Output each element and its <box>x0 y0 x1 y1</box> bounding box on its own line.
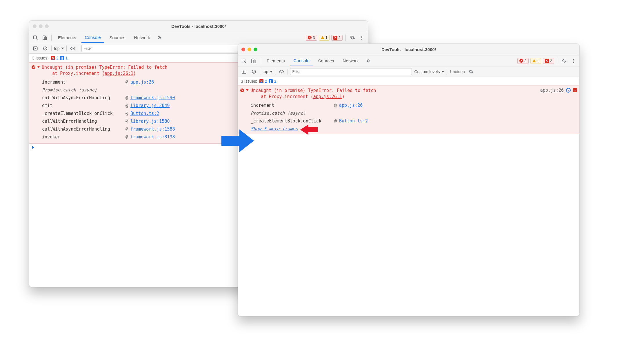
live-expression-icon[interactable] <box>69 45 77 52</box>
at-symbol: @ <box>334 102 337 109</box>
separator <box>557 58 557 64</box>
console-settings-icon[interactable] <box>467 68 475 75</box>
svg-point-12 <box>573 59 574 60</box>
minimize-icon[interactable] <box>248 48 251 51</box>
window-title: DevTools - localhost:3000/ <box>238 47 579 52</box>
at-symbol: @ <box>125 110 128 118</box>
tab-sources[interactable]: Sources <box>315 55 338 66</box>
context-selector[interactable]: top <box>54 46 64 51</box>
separator <box>51 35 52 41</box>
svg-point-17 <box>281 71 282 72</box>
frame-function: emit <box>42 102 123 110</box>
toggle-sidebar-icon[interactable] <box>240 68 248 75</box>
tab-network[interactable]: Network <box>131 32 154 43</box>
settings-icon[interactable] <box>560 57 568 65</box>
separator <box>66 46 67 51</box>
closed-errors-badge[interactable]: ✕ 2 <box>331 35 343 41</box>
svg-rect-10 <box>252 59 254 63</box>
clear-console-icon[interactable] <box>41 45 49 52</box>
frame-source-link[interactable]: framework.js:1590 <box>130 94 175 102</box>
tab-console[interactable]: Console <box>81 32 104 43</box>
console-output: ✕ Uncaught (in promise) TypeError: Faile… <box>238 86 579 316</box>
tab-console[interactable]: Console <box>290 55 313 66</box>
traffic-lights[interactable] <box>241 48 257 51</box>
clear-console-icon[interactable] <box>250 68 258 75</box>
at-symbol: @ <box>125 118 128 125</box>
device-toolbar-icon[interactable] <box>250 57 257 65</box>
device-toolbar-icon[interactable] <box>41 34 48 41</box>
tab-bar: Elements Console Sources Network ✕ 3 1 ✕… <box>238 55 579 66</box>
frame-source-link[interactable]: app.js:26 <box>130 78 154 86</box>
frame-source-link[interactable]: Button.ts:2 <box>339 117 368 125</box>
warning-count-badge[interactable]: 1 <box>319 35 330 41</box>
stack-frame: increment@app.js:26 <box>251 102 577 109</box>
close-icon[interactable] <box>33 24 37 28</box>
live-expression-icon[interactable] <box>278 68 285 75</box>
frame-function: callWithAsyncErrorHandling <box>42 94 123 102</box>
dismiss-error-icon[interactable]: ✕ <box>573 88 577 92</box>
separator <box>275 69 275 75</box>
close-icon[interactable] <box>241 48 245 51</box>
toggle-sidebar-icon[interactable] <box>32 45 39 52</box>
zoom-icon[interactable] <box>254 48 257 51</box>
more-tabs-icon[interactable] <box>364 57 372 65</box>
error-chip-icon: ✕ <box>259 79 263 83</box>
filter-input[interactable] <box>290 68 412 75</box>
closed-errors-badge[interactable]: ✕ 2 <box>543 58 554 64</box>
error-icon: ✕ <box>519 59 523 63</box>
zoom-icon[interactable] <box>45 24 49 28</box>
issues-label: 3 Issues: <box>32 56 48 60</box>
source-link[interactable]: app.js:26:1 <box>313 94 342 99</box>
window-title: DevTools - localhost:3000/ <box>29 24 368 29</box>
closed-count: 2 <box>339 35 341 40</box>
separator <box>260 58 260 64</box>
error-count-badge[interactable]: ✕ 3 <box>306 35 317 41</box>
console-prompt[interactable] <box>238 134 579 142</box>
info-chip-icon: ❚ <box>269 79 273 83</box>
tab-elements[interactable]: Elements <box>263 55 288 66</box>
error-count-badge[interactable]: ✕ 3 <box>517 58 528 64</box>
frame-source-link[interactable]: library.js:1580 <box>130 118 170 125</box>
issues-link[interactable]: ✕ 2 ❚ 1 <box>51 56 68 60</box>
minimize-icon[interactable] <box>39 24 43 28</box>
at-symbol: @ <box>334 117 337 125</box>
titlebar[interactable]: DevTools - localhost:3000/ <box>29 21 368 32</box>
close-x-icon: ✕ <box>545 59 549 63</box>
frame-source-link[interactable]: framework.js:8198 <box>130 133 175 141</box>
console-toolbar: top Custom levels 1 hidden <box>238 66 579 77</box>
traffic-lights[interactable] <box>33 24 49 28</box>
tab-sources[interactable]: Sources <box>106 32 129 43</box>
tab-elements[interactable]: Elements <box>54 32 80 43</box>
issues-link[interactable]: ✕ 2 ❚ 1 <box>259 79 276 84</box>
source-link[interactable]: app.js:26:1 <box>105 71 133 76</box>
expand-toggle-icon[interactable] <box>37 66 40 68</box>
kebab-menu-icon[interactable] <box>570 57 577 65</box>
frame-source-link[interactable]: library.js:2049 <box>130 102 170 110</box>
warning-count-badge[interactable]: 1 <box>530 58 541 64</box>
tab-network[interactable]: Network <box>339 55 362 66</box>
issues-bar: 3 Issues: ✕ 2 ❚ 1 <box>238 77 579 86</box>
frame-function: increment <box>251 102 332 109</box>
frame-source-link[interactable]: Button.ts:2 <box>130 110 159 118</box>
expand-toggle-icon[interactable] <box>246 89 249 91</box>
frame-source-link[interactable]: framework.js:1588 <box>130 125 175 133</box>
frame-source-link[interactable]: app.js:26 <box>339 102 363 109</box>
error-message: ✕ Uncaught (in promise) TypeError: Faile… <box>238 86 579 134</box>
inspect-icon[interactable] <box>32 34 39 41</box>
separator <box>79 46 79 51</box>
inspect-icon[interactable] <box>240 57 248 65</box>
svg-point-3 <box>361 36 362 37</box>
source-link[interactable]: app.js:26 <box>540 88 564 93</box>
async-marker: Promise.catch (async) <box>42 86 97 94</box>
hidden-count[interactable]: 1 hidden <box>449 69 465 74</box>
kebab-menu-icon[interactable] <box>358 34 365 41</box>
settings-icon[interactable] <box>349 34 356 41</box>
reload-icon[interactable]: ↓ <box>566 88 571 93</box>
titlebar[interactable]: DevTools - localhost:3000/ <box>238 44 579 55</box>
at-symbol: @ <box>125 102 128 110</box>
more-tabs-icon[interactable] <box>155 34 163 41</box>
info-chip-icon: ❚ <box>60 56 64 60</box>
context-selector[interactable]: top <box>263 69 273 74</box>
log-levels-selector[interactable]: Custom levels <box>414 69 444 74</box>
show-more-frames-link[interactable]: Show 5 more frames <box>251 126 298 131</box>
